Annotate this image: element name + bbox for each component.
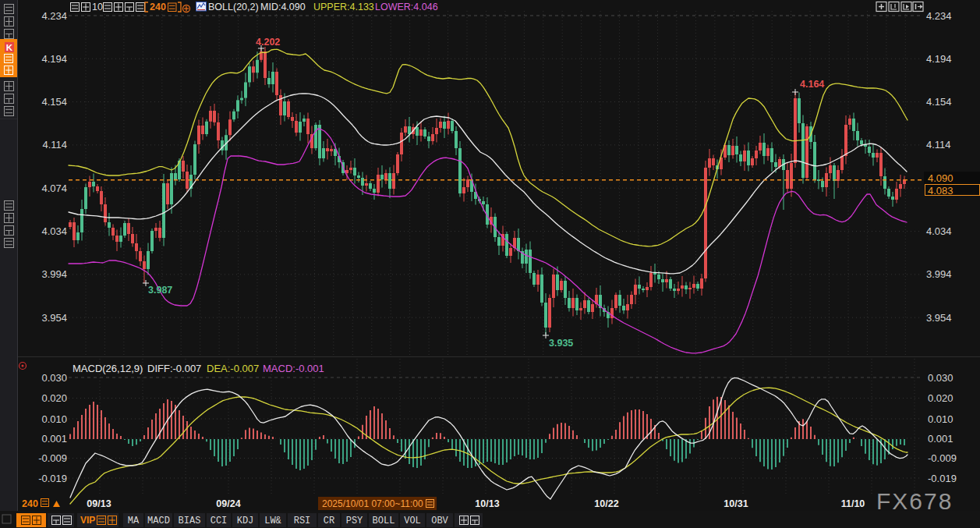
svg-text:09/13: 09/13 — [87, 498, 111, 509]
svg-text:0.030: 0.030 — [928, 372, 953, 384]
svg-text:0.030: 0.030 — [41, 372, 67, 384]
svg-text:240: 240 — [22, 498, 38, 509]
svg-text:4.234: 4.234 — [41, 10, 67, 22]
svg-text:0.020: 0.020 — [41, 392, 67, 404]
svg-text:PSY: PSY — [346, 516, 363, 526]
svg-text:0.010: 0.010 — [41, 413, 67, 425]
svg-text:4.164: 4.164 — [800, 79, 824, 90]
svg-text:UPPER:4.133: UPPER:4.133 — [313, 2, 374, 12]
svg-text:CCI: CCI — [211, 516, 228, 526]
svg-text:4.114: 4.114 — [926, 139, 951, 151]
svg-text:VOL: VOL — [404, 516, 421, 526]
svg-text:09/24: 09/24 — [216, 498, 240, 509]
svg-text:LW&: LW& — [264, 516, 281, 526]
svg-text:4.083: 4.083 — [928, 185, 953, 197]
svg-text:11/10: 11/10 — [841, 498, 865, 509]
svg-text:4.034: 4.034 — [926, 225, 952, 237]
svg-text:0.001: 0.001 — [928, 433, 953, 445]
svg-text:LOWER:4.046: LOWER:4.046 — [375, 2, 438, 12]
svg-text:3.994: 3.994 — [41, 268, 67, 280]
svg-text:4.202: 4.202 — [256, 37, 280, 48]
svg-text:VIP: VIP — [80, 515, 95, 526]
svg-text:3.954: 3.954 — [926, 312, 952, 324]
svg-text:3.954: 3.954 — [41, 312, 67, 324]
svg-text:0.001: 0.001 — [41, 433, 67, 445]
svg-text:BOLL: BOLL — [373, 516, 395, 526]
svg-text:MACD:-0.001: MACD:-0.001 — [263, 363, 324, 374]
svg-text:10: 10 — [92, 2, 103, 12]
svg-text:DIFF:-0.007: DIFF:-0.007 — [147, 363, 201, 374]
svg-text:10/13: 10/13 — [475, 498, 499, 509]
svg-text:3.994: 3.994 — [926, 268, 952, 280]
svg-text:MID:4.090: MID:4.090 — [260, 2, 306, 12]
svg-text:-0.019: -0.019 — [928, 473, 957, 484]
svg-text:DEA:-0.007: DEA:-0.007 — [207, 363, 259, 374]
svg-text:K: K — [6, 43, 13, 52]
svg-text:KDJ: KDJ — [237, 516, 254, 526]
svg-text:FX678: FX678 — [876, 488, 953, 514]
svg-text:0.010: 0.010 — [928, 413, 953, 425]
svg-text:10/22: 10/22 — [594, 498, 618, 509]
svg-text:3.987: 3.987 — [148, 285, 172, 296]
svg-text:MACD(26,12,9): MACD(26,12,9) — [73, 363, 143, 374]
svg-text:4.194: 4.194 — [41, 53, 67, 65]
svg-text:4.034: 4.034 — [41, 225, 67, 237]
svg-text:MA: MA — [128, 516, 140, 526]
svg-text:-0.019: -0.019 — [38, 473, 67, 484]
svg-text:BOLL(20,2): BOLL(20,2) — [208, 2, 259, 12]
svg-text:4.194: 4.194 — [926, 53, 952, 65]
svg-text:4.090: 4.090 — [928, 172, 953, 184]
svg-text:2025/10/01 07:00~11:00: 2025/10/01 07:00~11:00 — [322, 498, 423, 509]
svg-text:4.114: 4.114 — [42, 139, 67, 151]
svg-text:CR: CR — [324, 516, 334, 526]
svg-text:MACD: MACD — [147, 516, 170, 526]
svg-text:4.154: 4.154 — [926, 96, 952, 108]
svg-text:0.020: 0.020 — [928, 392, 953, 404]
svg-text:BIAS: BIAS — [179, 516, 201, 526]
svg-text:10/31: 10/31 — [724, 498, 748, 509]
svg-text:4.154: 4.154 — [41, 96, 67, 108]
svg-text:4.234: 4.234 — [926, 10, 952, 22]
svg-text:-0.009: -0.009 — [38, 452, 67, 464]
svg-text:-0.009: -0.009 — [928, 452, 957, 464]
svg-text:4.074: 4.074 — [41, 182, 67, 194]
svg-text:RSI: RSI — [294, 516, 311, 526]
svg-text:240: 240 — [150, 2, 166, 12]
svg-text:3.935: 3.935 — [549, 338, 573, 349]
svg-text:OBV: OBV — [431, 516, 448, 526]
